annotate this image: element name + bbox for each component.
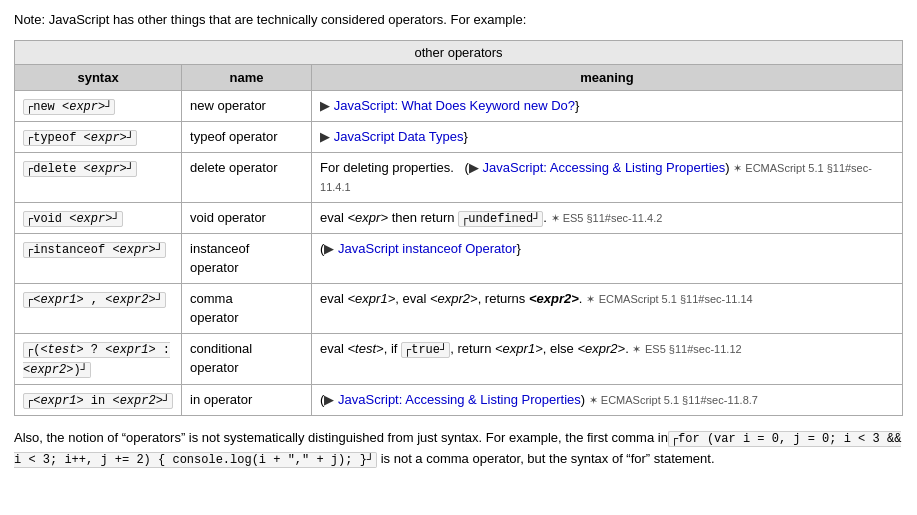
bottom-section: Also, the notion of “operators” is not s… <box>14 428 903 470</box>
header-syntax: syntax <box>15 64 182 90</box>
meaning-cell: eval <expr> then return ┌undefined┘. ✶ E… <box>312 202 903 233</box>
table-row: ┌delete <expr>┘ delete operator For dele… <box>15 152 903 202</box>
table-header-row: syntax name meaning <box>15 64 903 90</box>
syntax-cell: ┌<expr1> , <expr2>┘ <box>15 283 182 333</box>
name-cell: void operator <box>182 202 312 233</box>
meaning-cell: For deleting properties. (▶ JavaScript: … <box>312 152 903 202</box>
syntax-cell: ┌(<test> ? <expr1> :<expr2>)┘ <box>15 333 182 384</box>
table-caption: other operators <box>14 40 903 64</box>
meaning-cell: eval <expr1>, eval <expr2>, returns <exp… <box>312 283 903 333</box>
name-cell: commaoperator <box>182 283 312 333</box>
header-meaning: meaning <box>312 64 903 90</box>
meaning-cell: ▶ JavaScript: What Does Keyword new Do?} <box>312 90 903 121</box>
table-row: ┌void <expr>┘ void operator eval <expr> … <box>15 202 903 233</box>
syntax-cell: ┌<expr1> in <expr2>┘ <box>15 384 182 415</box>
note-text: Note: JavaScript has other things that a… <box>14 12 526 27</box>
bottom-paragraph: Also, the notion of “operators” is not s… <box>14 428 903 470</box>
syntax-cell: ┌void <expr>┘ <box>15 202 182 233</box>
meaning-cell: (▶ JavaScript: Accessing & Listing Prope… <box>312 384 903 415</box>
table-row: ┌instanceof <expr>┘ instanceofoperator (… <box>15 233 903 283</box>
meaning-cell: (▶ JavaScript instanceof Operator} <box>312 233 903 283</box>
meaning-link[interactable]: JavaScript Data Types <box>334 129 464 144</box>
name-cell: instanceofoperator <box>182 233 312 283</box>
syntax-cell: ┌new <expr>┘ <box>15 90 182 121</box>
header-name: name <box>182 64 312 90</box>
meaning-link[interactable]: JavaScript: Accessing & Listing Properti… <box>338 392 581 407</box>
bottom-text2: is not a comma operator, but the syntax … <box>381 451 715 466</box>
meaning-link[interactable]: JavaScript: What Does Keyword new Do? <box>334 98 575 113</box>
name-cell: typeof operator <box>182 121 312 152</box>
note-paragraph: Note: JavaScript has other things that a… <box>14 10 903 30</box>
meaning-cell: eval <test>, if ┌true┘, return <expr1>, … <box>312 333 903 384</box>
meaning-link[interactable]: JavaScript instanceof Operator <box>338 241 516 256</box>
bottom-text1: Also, the notion of “operators” is not s… <box>14 430 654 445</box>
meaning-link[interactable]: JavaScript: Accessing & Listing Properti… <box>483 160 726 175</box>
meaning-cell: ▶ JavaScript Data Types} <box>312 121 903 152</box>
name-cell: conditionaloperator <box>182 333 312 384</box>
name-cell: in operator <box>182 384 312 415</box>
syntax-cell: ┌typeof <expr>┘ <box>15 121 182 152</box>
table-row: ┌<expr1> , <expr2>┘ commaoperator eval <… <box>15 283 903 333</box>
syntax-cell: ┌delete <expr>┘ <box>15 152 182 202</box>
table-row: ┌typeof <expr>┘ typeof operator ▶ JavaSc… <box>15 121 903 152</box>
name-cell: new operator <box>182 90 312 121</box>
table-row: ┌(<test> ? <expr1> :<expr2>)┘ conditiona… <box>15 333 903 384</box>
table-row: ┌<expr1> in <expr2>┘ in operator (▶ Java… <box>15 384 903 415</box>
name-cell: delete operator <box>182 152 312 202</box>
operators-table: other operators syntax name meaning ┌new… <box>14 40 903 416</box>
table-row: ┌new <expr>┘ new operator ▶ JavaScript: … <box>15 90 903 121</box>
syntax-cell: ┌instanceof <expr>┘ <box>15 233 182 283</box>
